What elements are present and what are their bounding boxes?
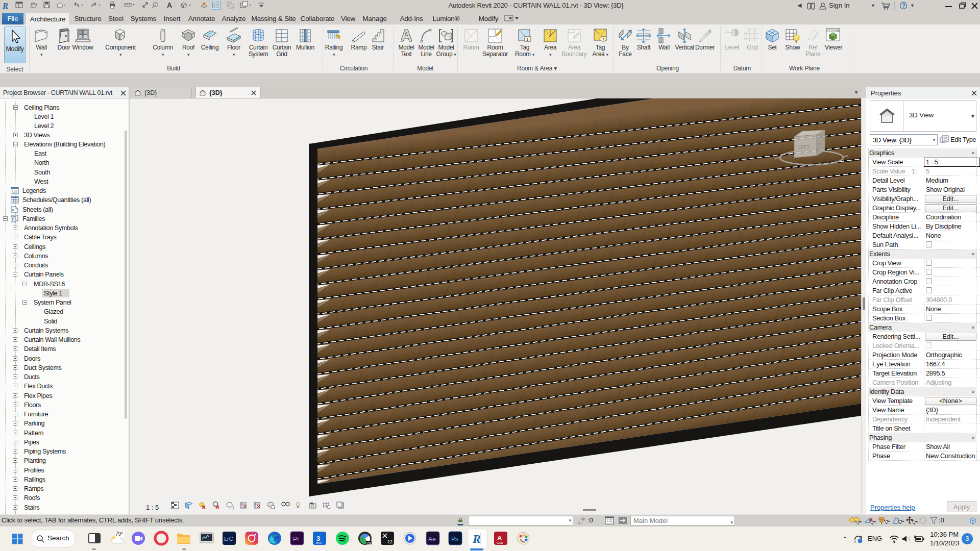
svg-text:A: A: [167, 1, 172, 9]
svg-text:LrC: LrC: [224, 536, 233, 542]
svg-text:12: 12: [387, 539, 393, 544]
svg-text:CAD: CAD: [497, 541, 503, 544]
svg-text:?: ?: [902, 3, 905, 9]
svg-text:Pro: Pro: [367, 541, 372, 544]
svg-text:Ae: Ae: [428, 536, 436, 543]
svg-text:A: A: [497, 534, 502, 542]
svg-text:Pr: Pr: [293, 536, 299, 543]
svg-text:1 : 5: 1 : 5: [146, 504, 159, 511]
svg-text:Ps: Ps: [451, 536, 458, 543]
svg-text:R: R: [2, 1, 8, 10]
svg-text:1: 1: [155, 3, 157, 7]
svg-text:R: R: [472, 532, 481, 545]
svg-text:MAX: MAX: [316, 541, 322, 544]
svg-text:LEFT: LEFT: [798, 144, 810, 149]
svg-text:79°: 79°: [115, 531, 123, 537]
